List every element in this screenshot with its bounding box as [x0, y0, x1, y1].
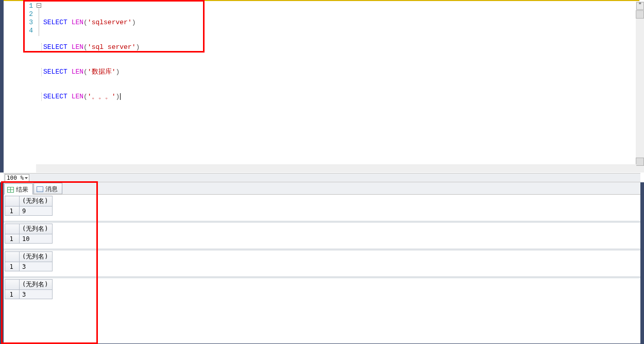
code-line[interactable]: SELECT LEN('sql server') — [41, 43, 140, 51]
keyword: SELECT — [43, 93, 67, 100]
line-number: 4 — [4, 27, 36, 35]
line-number: 1 — [4, 2, 36, 10]
cell-value[interactable]: 10 — [20, 234, 53, 244]
fold-toggle-icon[interactable] — [37, 3, 41, 8]
tab-results[interactable]: 结果 — [4, 183, 33, 195]
code-line[interactable]: SELECT LEN('sqlserver') — [43, 19, 140, 27]
result-set: (无列名) 13 — [4, 277, 640, 304]
scroll-up-button[interactable] — [636, 10, 644, 19]
row-header[interactable]: 1 — [5, 234, 20, 244]
function: LEN — [72, 43, 83, 51]
grid-corner[interactable] — [5, 252, 20, 262]
line-number: 3 — [4, 19, 36, 27]
tab-messages[interactable]: 消息 — [33, 183, 62, 194]
grid-corner[interactable] — [5, 280, 20, 290]
paren: ( — [83, 68, 88, 76]
grid-icon — [7, 187, 14, 193]
row-header[interactable]: 1 — [5, 290, 20, 299]
tab-label: 消息 — [45, 185, 58, 194]
sql-editor-pane: 1 2 3 4 SELECT LEN('sqlserver') SELECT L… — [0, 0, 644, 173]
code-area[interactable]: SELECT LEN('sqlserver') SELECT LEN('sql … — [43, 2, 140, 117]
string-quote: ' — [128, 19, 132, 26]
result-grid[interactable]: (无列名) 110 — [5, 223, 53, 244]
cell-value[interactable]: 9 — [20, 207, 53, 216]
result-grid[interactable]: (无列名) 19 — [5, 196, 53, 216]
paren: ( — [83, 43, 88, 51]
column-header[interactable]: (无列名) — [20, 224, 53, 234]
string-literal: 。。。 — [92, 93, 112, 100]
paren: ) — [132, 19, 136, 26]
code-line[interactable]: SELECT LEN('。。。') — [41, 93, 140, 101]
result-set: (无列名) 13 — [4, 249, 640, 277]
fold-column — [36, 2, 42, 164]
line-number-gutter: 1 2 3 4 — [4, 2, 36, 164]
paren: ( — [83, 19, 88, 26]
editor-vertical-scrollbar[interactable]: ≡ — [636, 1, 644, 173]
function: LEN — [72, 19, 83, 26]
string-literal: sql server — [92, 43, 132, 51]
result-grid[interactable]: (无列名) 13 — [5, 279, 53, 299]
paren: ) — [115, 68, 120, 76]
results-tabstrip: 结果 消息 — [4, 182, 640, 195]
grid-corner[interactable] — [5, 224, 20, 234]
zoom-value: 100 % — [7, 175, 24, 181]
grid-corner[interactable] — [5, 196, 20, 207]
keyword: SELECT — [43, 68, 67, 76]
string-quote: ' — [88, 93, 92, 100]
result-grid[interactable]: (无列名) 13 — [5, 251, 53, 271]
result-set: (无列名) 19 — [4, 196, 640, 221]
keyword: SELECT — [43, 19, 67, 26]
zoom-bar: 100 % — [4, 173, 640, 182]
tab-label: 结果 — [16, 185, 28, 194]
column-header[interactable]: (无列名) — [20, 280, 53, 290]
string-quote: ' — [88, 43, 92, 51]
cell-value[interactable]: 3 — [20, 262, 53, 271]
function: LEN — [72, 93, 83, 100]
results-body: (无列名) 19 (无列名) 110 (无列名) 13 (无列名) 13 — [4, 195, 640, 343]
text-cursor — [120, 93, 121, 100]
code-line[interactable]: SELECT LEN('数据库') — [41, 68, 140, 76]
column-header[interactable]: (无列名) — [20, 252, 53, 262]
keyword: SELECT — [43, 43, 67, 51]
string-quote: ' — [88, 19, 92, 26]
paren: ) — [135, 43, 140, 51]
row-header[interactable]: 1 — [5, 262, 20, 271]
result-set: (无列名) 110 — [4, 221, 640, 249]
results-pane: 结果 消息 (无列名) 19 (无列名) 110 (无列名) 13 — [0, 182, 644, 344]
fold-guide-line — [39, 8, 39, 36]
editor-horizontal-scrollbar[interactable] — [36, 164, 636, 173]
cell-value[interactable]: 3 — [20, 290, 53, 299]
line-number: 2 — [4, 10, 36, 19]
editor-inner: 1 2 3 4 SELECT LEN('sqlserver') SELECT L… — [4, 1, 633, 163]
string-quote: ' — [88, 68, 92, 76]
split-handle-icon[interactable]: ≡ — [636, 2, 644, 10]
scroll-down-button[interactable] — [636, 158, 644, 166]
zoom-dropdown[interactable]: 100 % — [5, 174, 29, 182]
paren: ) — [115, 93, 120, 100]
string-literal: 数据库 — [92, 68, 112, 76]
row-header[interactable]: 1 — [5, 207, 20, 216]
column-header[interactable]: (无列名) — [20, 196, 53, 207]
paren: ( — [83, 93, 88, 100]
string-literal: sqlserver — [92, 19, 128, 26]
function: LEN — [72, 68, 83, 76]
messages-icon — [37, 186, 43, 192]
